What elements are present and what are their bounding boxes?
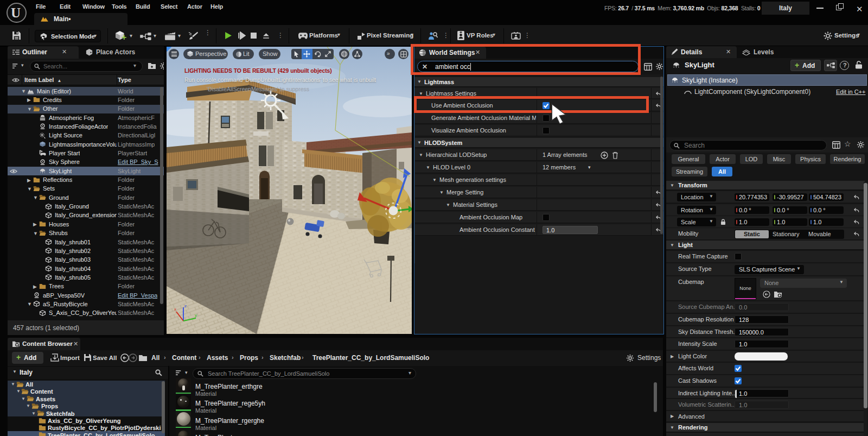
svg-text:z: z [184, 304, 187, 308]
svg-text:y: y [195, 313, 197, 318]
svg-text:x: x [174, 307, 176, 312]
